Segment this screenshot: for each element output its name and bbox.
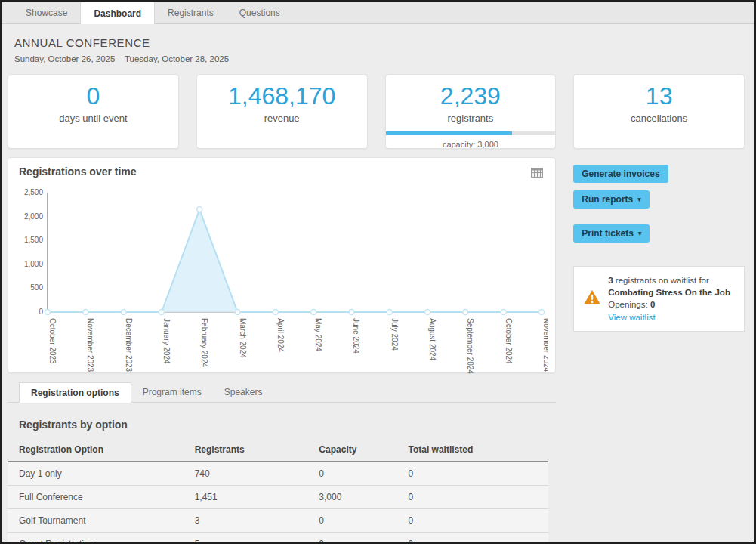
table-row: Guest Registration 5 0 0 <box>8 533 548 544</box>
svg-text:2,000: 2,000 <box>24 212 43 221</box>
cell-registrants: 740 <box>184 462 308 486</box>
cell-capacity: 0 <box>307 509 397 533</box>
svg-text:April 2024: April 2024 <box>276 318 285 352</box>
stat-card-cancellations: 13 cancellations <box>573 74 745 149</box>
col-header-capacity: Capacity <box>307 438 397 462</box>
col-header-registration-option: Registration Option <box>8 438 184 462</box>
print-tickets-button[interactable]: Print tickets ▾ <box>573 224 650 243</box>
run-reports-button[interactable]: Run reports ▾ <box>573 190 650 209</box>
svg-text:November 2024: November 2024 <box>542 318 548 372</box>
table-header-row: Registration Option Registrants Capacity… <box>8 438 548 462</box>
cell-option-name: Guest Registration <box>8 533 184 544</box>
event-title: ANNUAL CONFERENCE <box>14 36 742 49</box>
tab-registration-options[interactable]: Registration options <box>19 382 131 403</box>
tab-speakers[interactable]: Speakers <box>213 382 274 402</box>
caret-down-icon: ▾ <box>637 196 641 203</box>
bottom-section: Registration options Program items Speak… <box>8 382 556 544</box>
svg-text:500: 500 <box>30 283 43 292</box>
registrants-by-option-heading: Registrants by option <box>19 419 556 431</box>
svg-text:October 2023: October 2023 <box>48 318 57 364</box>
table-row: Golf Tournament 3 0 0 <box>8 509 548 533</box>
capacity-progress-fill <box>386 131 513 135</box>
svg-text:January 2024: January 2024 <box>162 318 171 364</box>
capacity-progress-bar <box>386 131 556 135</box>
cell-total-waitlisted: 0 <box>397 509 548 533</box>
table-row: Day 1 only 740 0 0 <box>8 462 548 486</box>
stat-card-registrants: 2,239 registrants capacity: 3,000 <box>385 74 557 149</box>
registrations-chart-panel: Registrations over time 05001,0001,5002,… <box>8 157 556 373</box>
event-header: ANNUAL CONFERENCE Sunday, October 26, 20… <box>2 24 754 74</box>
waitlist-alert: 3 registrants on waitlist for Combating … <box>573 266 745 332</box>
cell-capacity: 0 <box>307 533 397 544</box>
capacity-note: capacity: 3,000 <box>386 140 556 149</box>
view-waitlist-link[interactable]: View waitlist <box>608 311 655 323</box>
actions-column: Generate invoices Run reports ▾ Print ti… <box>573 157 745 544</box>
col-header-total-waitlisted: Total waitlisted <box>397 438 548 462</box>
warning-icon <box>583 289 601 308</box>
run-reports-label: Run reports <box>582 194 633 205</box>
cell-total-waitlisted: 0 <box>397 486 548 509</box>
chart-title: Registrations over time <box>19 165 137 178</box>
event-date-range: Sunday, October 26, 2025 – Tuesday, Octo… <box>14 54 742 63</box>
days-until-event-value: 0 <box>8 82 178 110</box>
svg-text:February 2024: February 2024 <box>200 318 208 367</box>
days-until-event-label: days until event <box>8 113 178 124</box>
svg-text:November 2023: November 2023 <box>86 318 94 372</box>
cancellations-label: cancellations <box>574 113 744 124</box>
generate-invoices-button[interactable]: Generate invoices <box>573 165 668 183</box>
tab-registrants[interactable]: Registrants <box>155 2 227 23</box>
stat-card-days-until-event: 0 days until event <box>8 74 179 149</box>
svg-text:October 2024: October 2024 <box>505 318 513 364</box>
cell-total-waitlisted: 0 <box>397 462 548 486</box>
tab-program-items[interactable]: Program items <box>131 382 213 402</box>
registrants-by-option-table: Registration Option Registrants Capacity… <box>8 438 548 544</box>
cell-total-waitlisted: 0 <box>397 533 548 544</box>
svg-text:September 2024: September 2024 <box>466 318 474 374</box>
caret-down-icon: ▾ <box>638 230 642 237</box>
openings-label: Openings: <box>608 300 650 309</box>
cell-capacity: 0 <box>307 462 397 486</box>
stat-card-revenue: 1,468,170 revenue <box>196 74 368 149</box>
top-tab-bar: Showcase Dashboard Registrants Questions <box>2 2 754 24</box>
svg-text:March 2024: March 2024 <box>239 318 247 358</box>
revenue-value: 1,468,170 <box>197 82 367 110</box>
svg-text:2,500: 2,500 <box>24 188 43 196</box>
cell-option-name: Full Conference <box>8 486 184 509</box>
col-header-registrants: Registrants <box>184 438 308 462</box>
svg-text:1,500: 1,500 <box>24 236 43 244</box>
svg-text:1,000: 1,000 <box>24 260 43 268</box>
cell-option-name: Golf Tournament <box>8 509 184 533</box>
chart-table-view-icon[interactable] <box>529 165 545 182</box>
svg-text:August 2024: August 2024 <box>428 318 437 361</box>
tab-questions[interactable]: Questions <box>227 2 293 23</box>
registrants-value: 2,239 <box>386 82 556 110</box>
waitlist-alert-text: 3 registrants on waitlist for Combating … <box>608 274 735 323</box>
waitlist-event-name: Combating Stress On the Job <box>608 288 730 297</box>
tab-dashboard[interactable]: Dashboard <box>80 2 155 24</box>
cell-registrants: 5 <box>184 533 308 544</box>
table-row: Full Conference 1,451 3,000 0 <box>8 486 548 509</box>
openings-value: 0 <box>650 300 655 309</box>
cell-option-name: Day 1 only <box>8 462 184 486</box>
svg-text:December 2023: December 2023 <box>125 318 133 372</box>
svg-text:May 2024: May 2024 <box>314 318 322 351</box>
tab-showcase[interactable]: Showcase <box>13 2 80 23</box>
svg-text:July 2024: July 2024 <box>390 318 399 351</box>
registrations-chart: 05001,0001,5002,0002,500October 2023Nove… <box>19 187 548 376</box>
revenue-label: revenue <box>197 113 367 124</box>
generate-invoices-label: Generate invoices <box>582 168 659 179</box>
cell-registrants: 3 <box>184 509 308 533</box>
print-tickets-label: Print tickets <box>582 228 634 239</box>
cancellations-value: 13 <box>574 82 744 110</box>
svg-text:0: 0 <box>39 308 43 316</box>
svg-text:June 2024: June 2024 <box>352 318 360 354</box>
cell-registrants: 1,451 <box>184 486 308 509</box>
cell-capacity: 3,000 <box>307 486 397 509</box>
sub-tab-bar: Registration options Program items Speak… <box>8 382 556 403</box>
registrants-label: registrants <box>386 113 556 124</box>
